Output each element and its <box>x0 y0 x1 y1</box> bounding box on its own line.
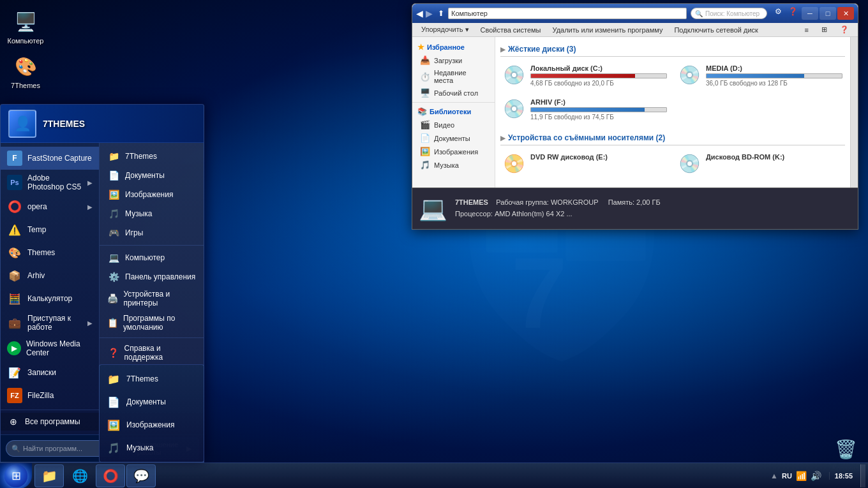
right-docs[interactable]: 📄 Документы <box>100 166 204 185</box>
submenu-7themes-item[interactable]: 📁 7Themes <box>100 367 204 390</box>
drive-c[interactable]: 💿 Локальный диск (C:) 4,68 ГБ свободно и… <box>500 62 670 89</box>
submenu-images-item[interactable]: 🖼️ Изображения <box>100 413 204 436</box>
desktop-sidebar-icon: 🖥️ <box>420 88 430 98</box>
view-help-btn[interactable]: ❓ <box>835 24 854 36</box>
menu-notes[interactable]: 📝 Записки <box>1 361 99 384</box>
tray-volume-icon[interactable]: 🔊 <box>811 471 821 481</box>
libraries-title[interactable]: Библиотеки <box>412 105 495 118</box>
opera-icon: ⭕ <box>7 199 22 214</box>
network-drive-menu[interactable]: Подключить сетевой диск <box>669 24 763 36</box>
submenu-docs-item[interactable]: 📄 Документы <box>100 390 204 413</box>
view-large-btn[interactable]: ⊞ <box>816 24 832 36</box>
taskbar-right: ▲ RU 📶 🔊 18:55 <box>765 463 868 488</box>
documents-icon: 📄 <box>420 133 430 143</box>
status-name: 7THEMES <box>455 198 488 206</box>
window-nav-forward[interactable]: ▶ <box>426 8 433 18</box>
close-button[interactable]: ✕ <box>837 7 854 20</box>
drive-k-info: Дисковод BD-ROM (K:) <box>706 153 842 161</box>
taskbar-explorer[interactable]: 📁 <box>34 464 64 487</box>
menu-wmc[interactable]: ▶ Windows Media Center <box>1 336 99 361</box>
right-control[interactable]: ⚙️ Панель управления <box>100 267 204 286</box>
clock[interactable]: 18:55 <box>829 472 858 480</box>
sidebar-documents[interactable]: 📄 Документы <box>412 131 495 145</box>
images-icon: 🖼️ <box>420 147 430 156</box>
right-7themes[interactable]: 📁 7Themes <box>100 147 204 166</box>
right-computer[interactable]: 💻 Компьютер <box>100 248 204 267</box>
start-orb <box>4 464 27 487</box>
sub-7themes-icon: 📁 <box>106 371 121 387</box>
window-nav-back[interactable]: ◀ <box>416 8 423 18</box>
favorites-title[interactable]: Избранное <box>412 41 495 54</box>
desktop-icon-computer[interactable]: 🖥️ Компьютер <box>3 6 48 48</box>
status-processor: Процессор: AMD Athlon(tm) 64 X2 ... <box>455 210 572 218</box>
drive-c-bar <box>530 73 667 78</box>
drive-f-fill <box>531 108 645 112</box>
minimize-button[interactable]: ─ <box>802 7 818 20</box>
right-games[interactable]: 🎮 Игры <box>100 223 204 242</box>
right-devices[interactable]: 🖨️ Устройства и принтеры <box>100 286 204 311</box>
taskbar-skype[interactable]: 💬 <box>126 464 156 487</box>
removable-grid: 📀 DVD RW дисковод (E:) 💿 Дисковод BD-ROM… <box>500 151 845 177</box>
start-button[interactable] <box>0 463 32 489</box>
drives-grid: 💿 Локальный диск (C:) 4,68 ГБ свободно и… <box>500 62 845 123</box>
right-music[interactable]: 🎵 Музыка <box>100 204 204 223</box>
menu-calc[interactable]: 🧮 Калькулятор <box>1 287 99 310</box>
taskbar-ie[interactable]: 🌐 <box>65 464 94 487</box>
window-controls: ⚙ ❓ ─ □ ✕ <box>770 7 854 20</box>
search-input[interactable] <box>23 445 111 452</box>
taskbar-ie-icon: 🌐 <box>72 468 88 484</box>
desktop-icon-7themes[interactable]: 🎨 7Themes <box>3 51 48 92</box>
drive-k[interactable]: 💿 Дисковод BD-ROM (K:) <box>676 151 845 177</box>
menu-faststone[interactable]: F FastStone Capture <box>1 147 99 170</box>
taskbar-opera[interactable]: ⭕ <box>96 464 125 487</box>
sidebar-images[interactable]: 🖼️ Изображения <box>412 145 495 158</box>
sidebar-downloads[interactable]: 📥 Загрузки <box>412 54 495 67</box>
system-props-menu[interactable]: Свойства системы <box>475 24 546 36</box>
submenu-7themes: 📁 7Themes 📄 Документы 🖼️ Изображения 🎵 М… <box>99 364 204 462</box>
maximize-button[interactable]: □ <box>819 7 836 20</box>
user-avatar: 👤 <box>8 110 36 138</box>
clock-time: 18:55 <box>835 472 853 480</box>
menu-photoshop[interactable]: Ps Adobe Photoshop CS5 ▶ <box>1 170 99 195</box>
drive-e-icon: 📀 <box>503 153 525 174</box>
sidebar-desktop[interactable]: 🖥️ Рабочий стол <box>412 86 495 100</box>
menu-workstart[interactable]: 💼 Приступая к работе ▶ <box>1 310 99 336</box>
menu-arhiv[interactable]: 📦 Arhiv <box>1 264 99 287</box>
window-scrollbar[interactable] <box>850 37 858 188</box>
settings-icon[interactable]: ⚙ <box>772 7 784 20</box>
start-menu-left: F FastStone Capture Ps Adobe Photoshop C… <box>1 143 100 434</box>
sidebar-music[interactable]: 🎵 Музыка <box>412 158 495 172</box>
trash-icon: 🗑️ <box>833 436 858 462</box>
calc-icon: 🧮 <box>7 291 22 306</box>
sidebar-recent[interactable]: ⏱️ Недавние места <box>412 67 495 86</box>
show-desktop-button[interactable] <box>860 464 865 487</box>
window-content: Избранное 📥 Загрузки ⏱️ Недавние места 🖥… <box>412 37 858 188</box>
right-separator <box>100 245 204 246</box>
all-programs-btn[interactable]: ⊕ Все программы <box>1 413 99 431</box>
address-bar[interactable]: Компьютер <box>448 8 687 19</box>
status-memory: Память: 2,00 ГБ <box>608 198 661 206</box>
view-list-btn[interactable]: ≡ <box>800 24 814 36</box>
menu-temp[interactable]: ⚠️ Temp <box>1 218 99 241</box>
photoshop-icon: Ps <box>7 175 22 190</box>
right-help[interactable]: ❓ Справка и поддержка <box>100 341 204 365</box>
uninstall-menu[interactable]: Удалить или изменить программу <box>548 24 668 36</box>
drive-e[interactable]: 📀 DVD RW дисковод (E:) <box>500 151 670 177</box>
sidebar-video[interactable]: 🎬 Видео <box>412 118 495 131</box>
right-images[interactable]: 🖼️ Изображения <box>100 185 204 204</box>
drive-f[interactable]: 💿 ARHIV (F:) 11,9 ГБ свободно из 74,5 ГБ <box>500 96 670 123</box>
hdd-section-header: Жёсткие диски (3) <box>500 42 845 57</box>
menu-filezilla[interactable]: FZ FileZilla <box>1 384 99 407</box>
menu-themes[interactable]: 🎨 Themes <box>1 241 99 264</box>
language-indicator[interactable]: RU <box>782 472 792 480</box>
drive-d[interactable]: 💿 MEDIA (D:) 36,0 ГБ свободно из 128 ГБ <box>676 62 845 89</box>
help-icon[interactable]: ❓ <box>786 7 800 20</box>
tray-arrow[interactable]: ▲ <box>770 471 778 480</box>
menu-opera[interactable]: ⭕ opera ▶ <box>1 195 99 218</box>
user-name: 7THEMES <box>43 119 85 129</box>
submenu-music-item[interactable]: 🎵 Музыка <box>100 436 204 459</box>
right-defaults[interactable]: 📋 Программы по умолчанию <box>100 311 204 335</box>
organize-menu[interactable]: Упорядочить ▾ <box>416 24 474 36</box>
search-bar[interactable]: 🔍 Поиск: Компьютер <box>691 8 767 19</box>
window-nav-up[interactable]: ⬆ <box>438 9 444 18</box>
